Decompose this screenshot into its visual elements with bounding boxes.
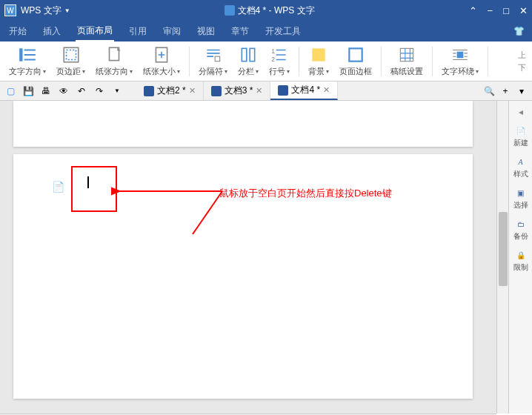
document-tabs: 文档2 * ✕ 文档3 * ✕ 文档4 * ✕ [136, 82, 338, 100]
menu-bar: 开始 插入 页面布局 引用 审阅 视图 章节 开发工具 👕 [0, 21, 532, 42]
qat-print-icon[interactable]: 🖶 [40, 85, 52, 97]
svg-text:1: 1 [271, 47, 275, 55]
svg-rect-6 [242, 48, 247, 61]
new-icon: 📄 [515, 124, 527, 136]
close-icon[interactable]: ✕ [256, 86, 262, 96]
app-icon: W [4, 4, 16, 16]
document-area[interactable]: 📄 鼠标放于空白页开始然后直接按Delete键 [0, 101, 496, 414]
maximize-button[interactable]: □ [503, 5, 509, 16]
grid-paper-icon [396, 45, 417, 64]
orientation-icon [104, 45, 124, 64]
svg-rect-0 [19, 48, 22, 61]
menu-references[interactable]: 引用 [127, 22, 148, 41]
style-icon: A [515, 156, 527, 167]
app-name: WPS 文字 [21, 4, 61, 17]
svg-rect-5 [215, 56, 220, 62]
select-icon: ▣ [515, 187, 527, 199]
svg-rect-2 [66, 50, 76, 60]
menu-chapter[interactable]: 章节 [230, 22, 250, 41]
qat-new-icon[interactable]: ▢ [4, 85, 16, 97]
size-icon [151, 45, 172, 64]
side-collapse-icon[interactable]: ◂ [519, 107, 523, 117]
columns-icon [238, 45, 259, 64]
ribbon: 文字方向▾ 页边距▾ 纸张方向▾ 纸张大小▾ 分隔符▾ 分栏▾ 12 行号▾ 背… [0, 42, 532, 82]
annotation-box [71, 166, 117, 212]
ribbon-background[interactable]: 背景▾ [305, 44, 332, 79]
search-icon[interactable]: 🔍 [483, 85, 495, 97]
line-numbers-icon: 12 [269, 45, 290, 64]
close-icon[interactable]: ✕ [189, 86, 196, 96]
svg-rect-10 [312, 48, 325, 61]
backup-icon: 🗀 [515, 218, 527, 230]
vertical-scrollbar[interactable] [496, 101, 508, 414]
ribbon-orientation[interactable]: 纸张方向▾ [93, 44, 136, 79]
menu-review[interactable]: 审阅 [162, 22, 182, 41]
close-button[interactable]: ✕ [519, 5, 528, 16]
menu-devtools[interactable]: 开发工具 [264, 22, 302, 41]
word-doc-icon [144, 86, 154, 96]
menu-insert[interactable]: 插入 [41, 22, 62, 41]
menu-view[interactable]: 视图 [196, 22, 216, 41]
background-icon [308, 45, 329, 64]
side-panel: ◂ 📄新建 A样式 ▣选择 🗀备份 🔒限制 [508, 101, 532, 414]
ribbon-page-border[interactable]: 页面边框 [336, 44, 375, 79]
ribbon-line-numbers[interactable]: 12 行号▾ [266, 44, 293, 79]
text-direction-icon [17, 45, 38, 64]
doc-icon [225, 5, 235, 16]
word-doc-icon [278, 85, 288, 96]
svg-rect-7 [250, 48, 255, 61]
doc-tab-2[interactable]: 文档3 * ✕ [204, 82, 271, 100]
svg-text:2: 2 [271, 56, 275, 63]
page-border-icon [345, 45, 366, 64]
side-backup[interactable]: 🗀备份 [513, 218, 528, 242]
side-new[interactable]: 📄新建 [513, 124, 528, 148]
skin-icon[interactable]: 👕 [513, 26, 525, 36]
add-tab-icon[interactable]: + [499, 85, 511, 97]
margins-icon [61, 45, 82, 64]
ribbon-wrap[interactable]: 文字环绕▾ [439, 44, 482, 79]
ribbon-breaks[interactable]: 分隔符▾ [196, 44, 230, 79]
qat-save-icon[interactable]: 💾 [22, 85, 34, 97]
qat-preview-icon[interactable]: 👁 [58, 85, 70, 97]
ribbon-grid-paper[interactable]: 稿纸设置 [388, 44, 426, 79]
annotation-text: 鼠标放于空白页开始然后直接按Delete键 [219, 187, 392, 200]
side-style[interactable]: A样式 [513, 156, 528, 179]
scroll-thumb[interactable] [499, 212, 508, 286]
svg-rect-12 [400, 48, 413, 61]
menu-start[interactable]: 开始 [7, 22, 28, 41]
text-cursor [87, 176, 89, 188]
ribbon-collapse-icon[interactable]: ⌃ [469, 5, 477, 16]
doc-tab-1[interactable]: 文档2 * ✕ [136, 82, 204, 100]
app-dropdown-icon[interactable]: ▼ [64, 7, 70, 14]
side-select[interactable]: ▣选择 [513, 187, 528, 210]
ribbon-columns[interactable]: 分栏▾ [235, 44, 262, 79]
qat-redo-icon[interactable]: ↷ [93, 85, 105, 97]
workspace: 📄 鼠标放于空白页开始然后直接按Delete键 ◂ 📄新建 A样式 ▣选择 🗀备… [0, 101, 532, 414]
breaks-icon [203, 45, 224, 64]
side-restrict[interactable]: 🔒限制 [513, 249, 528, 273]
word-doc-icon [211, 86, 222, 96]
close-icon[interactable]: ✕ [323, 85, 330, 95]
title-bar: W WPS 文字 ▼ 文档4 * - WPS 文字 ⌃ − □ ✕ [0, 0, 532, 21]
ribbon-text-direction[interactable]: 文字方向▾ [6, 44, 49, 79]
svg-rect-13 [457, 52, 464, 59]
menu-page-layout[interactable]: 页面布局 [76, 21, 114, 42]
ribbon-extra[interactable]: 上 下 [518, 50, 526, 73]
minimize-button[interactable]: − [488, 5, 493, 16]
tab-list-icon[interactable]: ▾ [516, 85, 528, 97]
wrap-icon [450, 45, 471, 64]
document-title: 文档4 * - WPS 文字 [238, 4, 315, 17]
ribbon-margins[interactable]: 页边距▾ [53, 44, 88, 79]
page-1-bottom [13, 101, 473, 147]
qat-undo-icon[interactable]: ↶ [76, 85, 87, 97]
restrict-icon: 🔒 [515, 249, 527, 261]
ribbon-size[interactable]: 纸张大小▾ [140, 44, 183, 79]
paragraph-mark-icon: 📄 [52, 181, 64, 193]
doc-tab-3[interactable]: 文档4 * ✕ [270, 82, 338, 100]
qat-dropdown-icon[interactable]: ▼ [111, 85, 123, 97]
svg-rect-11 [349, 48, 362, 61]
quick-access-toolbar: ▢ 💾 🖶 👁 ↶ ↷ ▼ 文档2 * ✕ 文档3 * ✕ 文档4 * ✕ 🔍 … [0, 82, 532, 101]
